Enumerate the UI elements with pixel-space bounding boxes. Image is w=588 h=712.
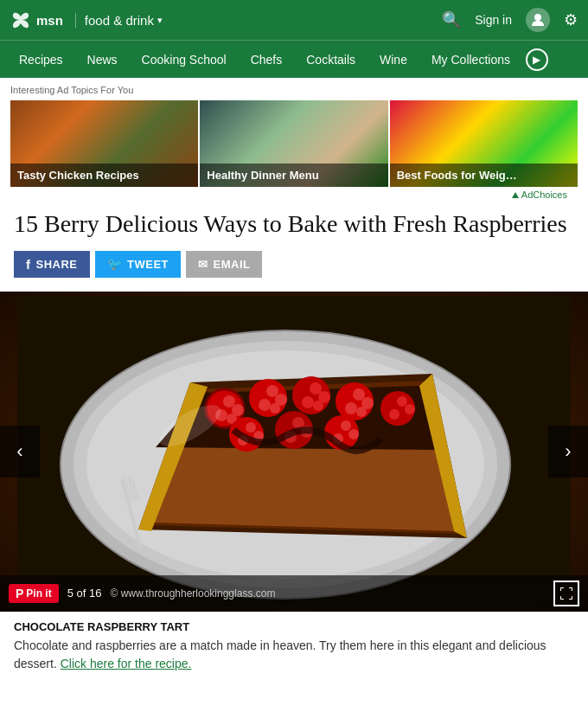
food-image-svg	[17, 296, 571, 607]
play-button[interactable]: ▶	[526, 48, 548, 71]
carousel-copyright: © www.throughherlookingglass.com	[110, 587, 275, 600]
svg-point-34	[345, 402, 357, 414]
article-section: 15 Berry Delicious Ways to Bake with Fre…	[0, 202, 588, 278]
fullscreen-icon	[559, 587, 573, 600]
twitter-icon: 🐦	[107, 257, 123, 271]
recipe-link[interactable]: Click here for the recipe.	[61, 657, 192, 670]
facebook-share-label: SHARE	[36, 258, 78, 271]
svg-point-32	[353, 388, 365, 401]
svg-point-0	[534, 14, 541, 21]
nav-item-chefs[interactable]: Chefs	[239, 41, 295, 79]
carousel-info-bar: P Pin it 5 of 16 © www.throughherlooking…	[0, 575, 588, 612]
ad-tiles-container: Tasty Chicken Recipes Healthy Dinner Men…	[10, 100, 578, 187]
top-bar-right: 🔍 Sign in ⚙	[442, 8, 578, 32]
nav-item-cocktails[interactable]: Cocktails	[294, 41, 368, 79]
ad-tile-1-label: Tasty Chicken Recipes	[10, 164, 198, 187]
carousel-counter: 5 of 16	[67, 587, 102, 600]
email-icon: ✉	[198, 258, 208, 271]
advertisement-section: Interesting Ad Topics For You Tasty Chic…	[0, 78, 588, 202]
settings-icon[interactable]: ⚙	[564, 10, 578, 29]
svg-point-29	[302, 396, 314, 408]
ad-choices-label: AdChoices	[521, 189, 567, 200]
sign-in-link[interactable]: Sign in	[475, 13, 512, 27]
share-buttons: f SHARE 🐦 TWEET ✉ EMAIL	[14, 251, 574, 278]
twitter-share-label: TWEET	[127, 258, 169, 271]
butterfly-icon	[10, 10, 31, 30]
svg-point-37	[397, 396, 407, 407]
ad-choices[interactable]: AdChoices	[10, 187, 578, 202]
ad-tile-1[interactable]: Tasty Chicken Recipes	[10, 100, 198, 187]
nav-item-recipes[interactable]: Recipes	[7, 41, 75, 79]
ad-tile-2-label: Healthy Dinner Menu	[200, 164, 387, 187]
nav-item-cooking-school[interactable]: Cooking School	[130, 41, 239, 79]
svg-point-22	[266, 385, 278, 397]
carousel-next-button[interactable]: ›	[548, 426, 588, 478]
email-share-label: EMAIL	[214, 258, 251, 271]
ad-tile-3-label: Best Foods for Weig…	[390, 164, 578, 187]
carousel-prev-button[interactable]: ‹	[0, 426, 40, 478]
email-share-button[interactable]: ✉ EMAIL	[186, 251, 262, 278]
carousel-image	[0, 292, 588, 612]
ad-tile-3[interactable]: Best Foods for Weig…	[390, 100, 578, 187]
msn-label: msn	[36, 13, 63, 28]
twitter-share-button[interactable]: 🐦 TWEET	[95, 251, 182, 278]
svg-point-49	[341, 420, 351, 431]
svg-point-41	[246, 422, 256, 433]
person-icon	[531, 13, 545, 27]
ad-choices-icon	[512, 192, 519, 198]
caption-title: CHOCOLATE RASPBERRY TART	[14, 620, 574, 633]
fullscreen-button[interactable]	[553, 581, 579, 606]
top-navigation-bar: msn food & drink ▾ 🔍 Sign in ⚙	[0, 0, 588, 40]
pinterest-icon: P	[16, 587, 23, 600]
user-avatar-icon[interactable]	[526, 8, 550, 32]
facebook-icon: f	[26, 257, 31, 272]
section-label[interactable]: food & drink ▾	[75, 13, 163, 28]
svg-point-35	[356, 407, 367, 417]
svg-point-38	[405, 404, 415, 414]
svg-point-50	[348, 429, 359, 439]
image-carousel: ‹ › P Pin it 5 of 16 © www.throughherloo…	[0, 292, 588, 612]
msn-logo[interactable]: msn	[10, 10, 63, 30]
pinterest-pin-button[interactable]: P Pin it	[9, 584, 59, 603]
nav-item-my-collections[interactable]: My Collections	[419, 41, 522, 79]
article-title: 15 Berry Delicious Ways to Bake with Fre…	[14, 209, 574, 239]
svg-point-25	[270, 403, 280, 414]
svg-point-17	[223, 395, 235, 407]
search-icon[interactable]: 🔍	[442, 10, 461, 29]
svg-point-27	[310, 382, 322, 394]
caption-section: CHOCOLATE RASPBERRY TART Chocolate and r…	[0, 612, 588, 682]
secondary-navigation: Recipes News Cooking School Chefs Cockta…	[0, 40, 588, 78]
ad-tile-2[interactable]: Healthy Dinner Menu	[200, 100, 387, 187]
ad-label: Interesting Ad Topics For You	[10, 85, 578, 95]
chevron-down-icon: ▾	[157, 15, 163, 26]
svg-point-39	[389, 409, 399, 420]
caption-text: Chocolate and raspberries are a match ma…	[14, 637, 574, 673]
svg-point-24	[259, 399, 271, 411]
nav-item-wine[interactable]: Wine	[368, 41, 419, 79]
svg-point-30	[313, 401, 323, 411]
facebook-share-button[interactable]: f SHARE	[14, 251, 90, 278]
nav-item-news[interactable]: News	[75, 41, 130, 79]
pinit-label: Pin it	[26, 587, 51, 600]
